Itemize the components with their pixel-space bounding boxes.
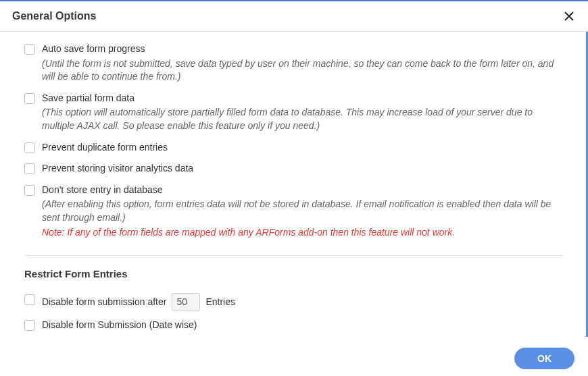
close-icon: [564, 11, 574, 22]
option-partial: Save partial form data (This option will…: [24, 88, 564, 137]
option-duplicate: Prevent duplicate form entries: [24, 137, 564, 159]
option-label: Prevent duplicate form entries: [42, 141, 564, 155]
modal-body: Auto save form progress (Until the form …: [0, 32, 588, 337]
option-disable-after: Disable form submission after Entries: [24, 289, 564, 315]
option-label: Save partial form data: [42, 92, 564, 105]
section-title-restrict: Restrict Form Entries: [24, 268, 564, 279]
option-label: Don't store entry in database: [42, 184, 564, 197]
option-desc: (Until the form is not submitted, save d…: [42, 57, 564, 84]
ok-button[interactable]: OK: [514, 348, 574, 369]
page-title: General Options: [12, 10, 96, 22]
option-analytics: Prevent storing visitor analytics data: [24, 158, 564, 180]
option-autosave: Auto save form progress (Until the form …: [24, 38, 564, 88]
modal: General Options Auto save form progress …: [0, 0, 588, 376]
close-button[interactable]: [562, 9, 576, 23]
divider: [24, 255, 564, 256]
checkbox-disable-after[interactable]: [24, 294, 35, 305]
checkbox-partial[interactable]: [24, 93, 35, 104]
checkbox-duplicate[interactable]: [24, 142, 35, 153]
option-label-suffix: Entries: [205, 296, 235, 307]
option-note: Note: If any of the form fields are mapp…: [42, 226, 564, 240]
modal-footer: OK: [0, 337, 588, 376]
option-label: Prevent storing visitor analytics data: [42, 162, 564, 176]
option-label: Disable form submission after: [42, 296, 166, 307]
checkbox-autosave[interactable]: [24, 44, 35, 55]
option-label: Auto save form progress: [42, 43, 564, 56]
option-desc: (After enabling this option, form entrie…: [42, 198, 564, 224]
checkbox-analytics[interactable]: [24, 163, 35, 174]
modal-header: General Options: [0, 1, 588, 32]
entries-count-input[interactable]: [172, 293, 200, 311]
option-disable-date: Disable form Submission (Date wise): [24, 315, 564, 336]
checkbox-disable-date[interactable]: [24, 320, 35, 331]
option-desc: (This option will automatically store pa…: [42, 106, 564, 132]
option-label: Disable form Submission (Date wise): [42, 319, 564, 332]
checkbox-nostore[interactable]: [24, 185, 35, 196]
option-nostore: Don't store entry in database (After ena…: [24, 180, 564, 243]
